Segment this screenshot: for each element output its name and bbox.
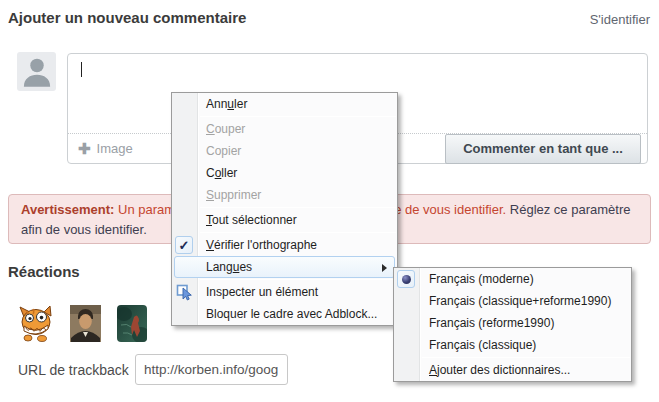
submenu-item-francais-classique[interactable]: Français (classique) <box>394 334 631 356</box>
checkmark-box: ✓ <box>175 236 193 254</box>
radio-selected-icon <box>402 275 411 284</box>
submenu-item-francais-classique-reforme1990[interactable]: Français (classique+reforme1990) <box>394 290 631 312</box>
plus-icon: ✚ <box>78 140 91 158</box>
submenu-item-francais-reforme1990[interactable]: Français (reforme1990) <box>394 312 631 334</box>
menu-item-tout-selectionner[interactable]: Tout sélectionner <box>172 209 397 231</box>
menu-separator <box>200 207 396 208</box>
current-user-avatar <box>17 52 56 91</box>
warning-label: Avertissement: <box>21 202 114 217</box>
trackback-url-input[interactable] <box>135 354 288 385</box>
disqus-comment-widget: Ajouter un nouveau commentaire S'identif… <box>0 0 659 402</box>
reaction-avatar-fantasy[interactable] <box>117 305 147 342</box>
menu-item-supprimer: Supprimer <box>172 184 397 206</box>
submenu-arrow-icon <box>382 264 387 272</box>
menu-separator <box>422 357 630 358</box>
menu-item-coller[interactable]: Coller <box>172 162 397 184</box>
radio-box <box>397 270 415 288</box>
reaction-avatar-cat[interactable] <box>17 304 55 342</box>
menu-item-copier: Copier <box>172 140 397 162</box>
submenu-item-francais-moderne[interactable]: Français (moderne) <box>394 268 631 290</box>
menu-item-bloquer-adblock[interactable]: Bloquer le cadre avec Adblock... <box>172 303 397 325</box>
trackback-label: URL de trackback <box>18 362 129 378</box>
menu-item-inspecter-element[interactable]: Inspecter un élément <box>172 281 397 303</box>
text-cursor <box>81 62 82 77</box>
context-menu: Annuler Couper Copier Coller Supprimer T… <box>171 92 398 326</box>
menu-item-langues[interactable]: Langues <box>174 256 395 278</box>
attach-image-button[interactable]: ✚ Image <box>78 134 133 163</box>
menu-separator <box>200 116 396 117</box>
menu-item-annuler[interactable]: Annuler <box>172 93 397 115</box>
submenu-item-ajouter-dictionnaires[interactable]: Ajouter des dictionnaires... <box>394 359 631 381</box>
reaction-avatar-portrait[interactable] <box>70 305 101 342</box>
user-silhouette-icon <box>22 55 52 91</box>
reactions-title: Réactions <box>8 263 80 280</box>
page-title: Ajouter un nouveau commentaire <box>8 9 246 26</box>
menu-item-verifier-orthographe[interactable]: ✓ Vérifier l'orthographe <box>172 234 397 256</box>
attach-image-label: Image <box>97 141 133 156</box>
menu-separator <box>200 279 396 280</box>
menu-separator <box>200 232 396 233</box>
check-icon: ✓ <box>179 239 190 252</box>
menu-item-couper: Couper <box>172 118 397 140</box>
languages-submenu: Français (moderne) Français (classique+r… <box>393 267 632 382</box>
comment-as-button[interactable]: Commenter en tant que ... <box>445 134 641 164</box>
signin-link[interactable]: S'identifier <box>590 12 650 27</box>
